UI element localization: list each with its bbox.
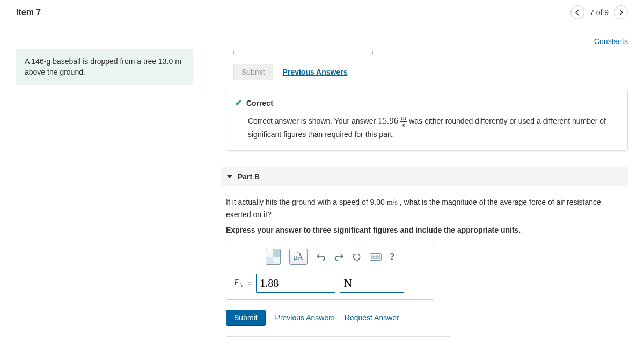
chevron-down-icon [227,175,232,178]
keyboard-button[interactable] [370,253,382,261]
equation-row: Ffr = [234,274,426,293]
unit-input[interactable] [340,274,404,293]
templates-button[interactable] [266,249,281,265]
correct-title: Correct [246,99,273,107]
feedback-pre: Correct answer is shown. Your answer [248,117,378,125]
previous-input-stub [233,50,373,55]
partb-instruction: Express your answer to three significant… [226,226,628,234]
parta-feedback: ✔ Correct Correct answer is shown. Your … [226,90,628,151]
correct-feedback-text: Correct answer is shown. Your answer 15.… [248,113,619,141]
value-input[interactable] [256,274,335,293]
page-count: 7 of 9 [590,8,609,17]
partb-actions: Submit Previous Answers Request Answer [226,310,628,326]
pager: 7 of 9 [570,5,628,19]
incorrect-feedback: ✖ Incorrect; Try Again; One attempt rema… [226,336,451,345]
equals-sign: = [247,279,252,288]
submit-button-partb[interactable]: Submit [226,310,266,326]
submit-button-parta: Submit [233,64,273,80]
reset-button[interactable] [353,253,361,261]
partb-title: Part B [238,172,260,181]
prev-answer-value: 15.96 [378,116,398,126]
partb-header[interactable]: Part B [221,167,628,186]
parta-actions: Submit Previous Answers [233,64,628,80]
problem-statement: A 146-g baseball is dropped from a tree … [16,49,193,85]
units-button[interactable]: ∘μÅ [289,249,308,265]
page-title: Item 7 [16,8,41,17]
variable-label: Ffr [234,278,243,289]
question-pre: If it actually hits the ground with a sp… [226,198,387,206]
prev-answer-unit: m s [400,114,407,128]
toolbar: ∘μÅ ? [234,249,426,265]
right-column: Constants Submit Previous Answers ✔ Corr… [215,37,628,345]
constants-link[interactable]: Constants [594,37,628,46]
previous-answers-link-partb[interactable]: Previous Answers [275,313,335,322]
next-item-button[interactable] [614,5,628,19]
check-icon: ✔ [235,98,242,108]
unit-bot: s [400,122,407,128]
prev-item-button[interactable] [570,5,584,19]
undo-button[interactable] [316,253,326,261]
help-button[interactable]: ? [390,251,395,263]
request-answer-link[interactable]: Request Answer [345,313,399,322]
previous-answers-link-parta[interactable]: Previous Answers [283,68,348,76]
left-column: A 146-g baseball is dropped from a tree … [16,37,193,345]
partb-question: If it actually hits the ground with a sp… [226,196,628,221]
answer-panel: ∘μÅ ? Ffr = [226,242,434,300]
header-bar: Item 7 7 of 9 [0,0,644,27]
speed-unit: m/s [387,198,398,206]
redo-button[interactable] [334,253,344,261]
